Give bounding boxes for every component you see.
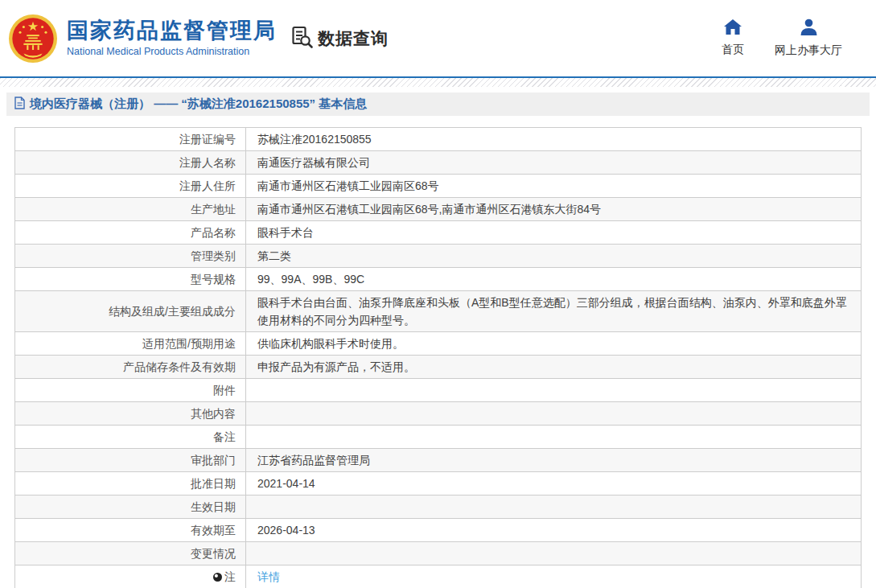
table-row: 产品名称眼科手术台 [15, 221, 862, 245]
brand-subtitle: National Medical Products Administration [67, 46, 277, 57]
table-row: 适用范围/预期用途供临床机构眼科手术时使用。 [15, 332, 862, 356]
row-value: 详情 [246, 565, 862, 588]
table-row: 生产地址南通市通州区石港镇工业园南区68号,南通市通州区石港镇东大街84号 [15, 198, 862, 221]
row-value: 供临床机构眼科手术时使用。 [246, 332, 862, 356]
note-icon [213, 573, 222, 582]
table-row: 批准日期2021-04-14 [15, 472, 862, 495]
row-label: 管理类别 [15, 245, 246, 268]
row-label: 生产地址 [15, 198, 246, 221]
row-label: 适用范围/预期用途 [15, 332, 246, 356]
hatch-band [0, 78, 876, 87]
row-label: 注 [15, 565, 246, 588]
info-table-body: 注册证编号苏械注准20162150855注册人名称南通医疗器械有限公司注册人住所… [15, 128, 862, 588]
row-label: 审批部门 [15, 449, 246, 472]
table-row: 生效日期 [15, 495, 862, 519]
table-row: 有效期至2026-04-13 [15, 519, 862, 542]
table-row: 注册人住所南通市通州区石港镇工业园南区68号 [15, 175, 862, 198]
table-row: 其他内容 [15, 402, 862, 426]
row-value: 眼科手术台由台面、油泵升降底座和头板（A型和B型任意选配）三部分组成，根据台面结… [246, 291, 862, 332]
row-value [246, 426, 862, 449]
data-query-section[interactable]: 数据查询 [291, 26, 389, 51]
row-value: 南通市通州区石港镇工业园南区68号 [246, 175, 862, 198]
table-row: 附件 [15, 379, 862, 402]
row-label: 产品名称 [15, 221, 246, 245]
data-query-label: 数据查询 [318, 27, 389, 50]
row-label: 变更情况 [15, 542, 246, 565]
row-value: 第二类 [246, 245, 862, 268]
row-label: 附件 [15, 379, 246, 402]
row-value: 申报产品为有源产品，不适用。 [246, 356, 862, 379]
table-row: 结构及组成/主要组成成分眼科手术台由台面、油泵升降底座和头板（A型和B型任意选配… [15, 291, 862, 332]
row-label: 产品储存条件及有效期 [15, 356, 246, 379]
table-row: 型号规格99、99A、99B、99C [15, 268, 862, 291]
row-label: 备注 [15, 426, 246, 449]
info-table: 注册证编号苏械注准20162150855注册人名称南通医疗器械有限公司注册人住所… [14, 127, 862, 588]
national-emblem-logo [8, 14, 58, 64]
page-title-bar: 境内医疗器械（注册） —— “苏械注准20162150855” 基本信息 [6, 93, 870, 116]
document-icon [14, 97, 25, 113]
row-value [246, 402, 862, 426]
document-search-icon [291, 26, 313, 51]
table-row: 注册人名称南通医疗器械有限公司 [15, 151, 862, 175]
detail-link[interactable]: 详情 [257, 570, 280, 583]
row-label: 批准日期 [15, 472, 246, 495]
table-row: 产品储存条件及有效期申报产品为有源产品，不适用。 [15, 356, 862, 379]
table-row: 变更情况 [15, 542, 862, 565]
row-label: 注册证编号 [15, 128, 246, 151]
row-value: 2021-04-14 [246, 472, 862, 495]
nav-home[interactable]: 首页 [722, 19, 744, 58]
home-icon [723, 19, 742, 39]
row-value: 苏械注准20162150855 [246, 128, 862, 151]
row-value: 江苏省药品监督管理局 [246, 449, 862, 472]
row-value [246, 542, 862, 565]
site-header: 国家药品监督管理局 National Medical Products Admi… [0, 0, 876, 76]
row-label: 型号规格 [15, 268, 246, 291]
row-value: 眼科手术台 [246, 221, 862, 245]
nav-home-label: 首页 [722, 43, 744, 57]
page: 国家药品监督管理局 National Medical Products Admi… [0, 0, 876, 588]
row-value: 南通医疗器械有限公司 [246, 151, 862, 175]
row-label: 其他内容 [15, 402, 246, 426]
table-row: 注详情 [15, 565, 862, 588]
row-label: 注册人名称 [15, 151, 246, 175]
row-label: 有效期至 [15, 519, 246, 542]
nav-service-hall[interactable]: 网上办事大厅 [775, 19, 842, 58]
table-row: 注册证编号苏械注准20162150855 [15, 128, 862, 151]
row-value: 南通市通州区石港镇工业园南区68号,南通市通州区石港镇东大街84号 [246, 198, 862, 221]
user-icon [800, 19, 818, 39]
brand-text: 国家药品监督管理局 National Medical Products Admi… [67, 19, 277, 58]
header-nav: 首页 网上办事大厅 [722, 19, 842, 58]
row-label: 生效日期 [15, 495, 246, 519]
row-label: 注册人住所 [15, 175, 246, 198]
table-row: 管理类别第二类 [15, 245, 862, 268]
row-value: 99、99A、99B、99C [246, 268, 862, 291]
table-row: 审批部门江苏省药品监督管理局 [15, 449, 862, 472]
row-value [246, 495, 862, 519]
brand[interactable]: 国家药品监督管理局 National Medical Products Admi… [8, 14, 277, 64]
table-row: 备注 [15, 426, 862, 449]
row-value [246, 379, 862, 402]
brand-title: 国家药品监督管理局 [67, 19, 277, 43]
nav-service-hall-label: 网上办事大厅 [775, 43, 842, 58]
row-value: 2026-04-13 [246, 519, 862, 542]
page-title: 境内医疗器械（注册） —— “苏械注准20162150855” 基本信息 [30, 97, 367, 112]
row-label: 结构及组成/主要组成成分 [15, 291, 246, 332]
